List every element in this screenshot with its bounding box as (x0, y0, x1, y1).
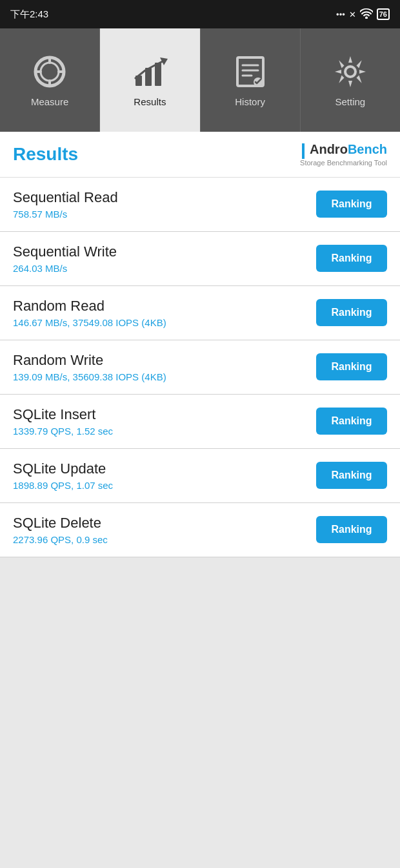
result-value-3: 139.09 MB/s, 35609.38 IOPS (4KB) (13, 371, 316, 382)
result-value-0: 758.57 MB/s (13, 209, 316, 220)
result-info-2: Random Read 146.67 MB/s, 37549.08 IOPS (… (13, 298, 316, 328)
result-item-0: Sequential Read 758.57 MB/s Ranking (0, 178, 400, 232)
ranking-button-6[interactable]: Ranking (316, 516, 387, 543)
result-value-5: 1898.89 QPS, 1.07 sec (13, 480, 316, 491)
result-name-3: Random Write (13, 352, 316, 369)
result-info-4: SQLite Insert 1339.79 QPS, 1.52 sec (13, 406, 316, 437)
nav-bar: Measure Results History (0, 28, 400, 132)
brand-sub: Storage Benchmarking Tool (300, 159, 387, 167)
page-title: Results (13, 144, 78, 165)
results-list: Sequential Read 758.57 MB/s Ranking Sequ… (0, 178, 400, 557)
status-icons: ••• ✕ 76 (336, 8, 390, 21)
tab-measure[interactable]: Measure (0, 28, 100, 132)
result-value-6: 2273.96 QPS, 0.9 sec (13, 534, 316, 545)
dots-icon: ••• (336, 10, 345, 19)
result-info-1: Sequential Write 264.03 MB/s (13, 243, 316, 274)
battery-icon: 76 (377, 8, 390, 20)
ranking-button-3[interactable]: Ranking (316, 353, 387, 380)
result-item-2: Random Read 146.67 MB/s, 37549.08 IOPS (… (0, 286, 400, 340)
ranking-button-0[interactable]: Ranking (316, 191, 387, 218)
page-header: Results AndroBench Storage Benchmarking … (0, 132, 400, 178)
close-icon: ✕ (349, 10, 356, 19)
result-item-6: SQLite Delete 2273.96 QPS, 0.9 sec Ranki… (0, 503, 400, 557)
ranking-button-2[interactable]: Ranking (316, 299, 387, 326)
tab-history[interactable]: History (201, 28, 301, 132)
ranking-button-4[interactable]: Ranking (316, 408, 387, 435)
result-item-5: SQLite Update 1898.89 QPS, 1.07 sec Rank… (0, 449, 400, 503)
result-item-4: SQLite Insert 1339.79 QPS, 1.52 sec Rank… (0, 395, 400, 449)
result-value-1: 264.03 MB/s (13, 263, 316, 274)
result-name-0: Sequential Read (13, 189, 316, 206)
svg-point-1 (41, 63, 59, 81)
brand-bar-icon (302, 143, 305, 159)
svg-point-15 (345, 67, 355, 77)
brand-name: AndroBench (302, 142, 387, 159)
result-name-1: Sequential Write (13, 243, 316, 260)
tab-results[interactable]: Results (100, 28, 200, 132)
wifi-icon (360, 8, 373, 21)
result-item-1: Sequential Write 264.03 MB/s Ranking (0, 232, 400, 286)
result-value-4: 1339.79 QPS, 1.52 sec (13, 426, 316, 437)
result-info-6: SQLite Delete 2273.96 QPS, 0.9 sec (13, 515, 316, 545)
time: 下午2:43 (10, 8, 48, 21)
status-bar: 下午2:43 ••• ✕ 76 (0, 0, 400, 28)
tab-setting[interactable]: Setting (301, 28, 400, 132)
tab-setting-label: Setting (335, 96, 366, 107)
result-name-6: SQLite Delete (13, 515, 316, 532)
result-info-3: Random Write 139.09 MB/s, 35609.38 IOPS … (13, 352, 316, 382)
tab-history-label: History (235, 96, 265, 107)
brand: AndroBench Storage Benchmarking Tool (300, 142, 387, 167)
result-item-3: Random Write 139.09 MB/s, 35609.38 IOPS … (0, 340, 400, 395)
result-info-5: SQLite Update 1898.89 QPS, 1.07 sec (13, 460, 316, 491)
tab-results-label: Results (134, 96, 166, 107)
result-info-0: Sequential Read 758.57 MB/s (13, 189, 316, 220)
result-name-2: Random Read (13, 298, 316, 315)
result-value-2: 146.67 MB/s, 37549.08 IOPS (4KB) (13, 317, 316, 328)
brand-bench: Bench (348, 142, 387, 156)
svg-rect-8 (155, 63, 161, 86)
brand-andro: Andro (310, 142, 348, 156)
result-name-4: SQLite Insert (13, 406, 316, 423)
result-name-5: SQLite Update (13, 460, 316, 477)
ranking-button-5[interactable]: Ranking (316, 462, 387, 489)
tab-measure-label: Measure (31, 96, 68, 107)
ranking-button-1[interactable]: Ranking (316, 245, 387, 272)
